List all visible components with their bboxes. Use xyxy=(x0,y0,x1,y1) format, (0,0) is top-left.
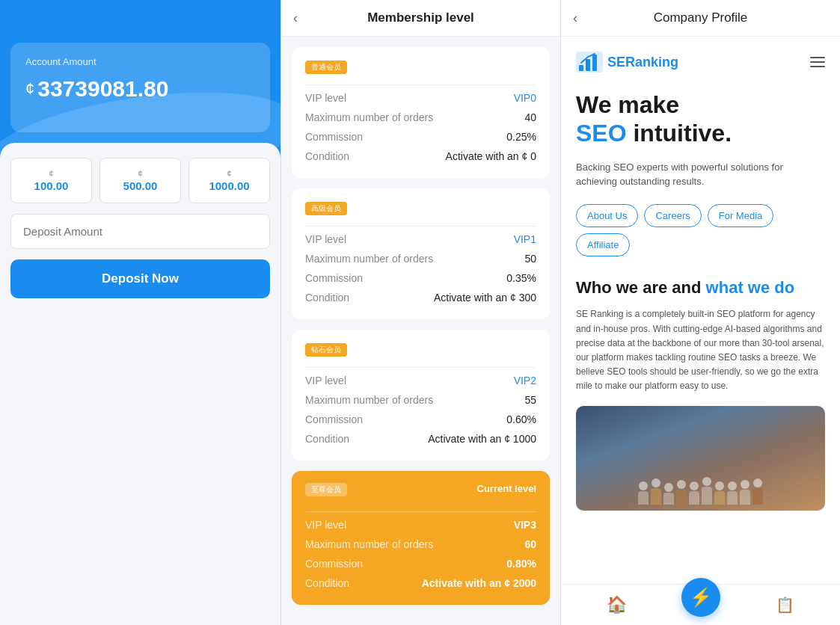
se-logo-row: SERanking xyxy=(576,52,825,73)
vip-row-orders-2: Maximum number of orders 55 xyxy=(305,390,536,410)
se-logo-text: SERanking xyxy=(607,55,678,70)
vip-label-commission-2: Commission xyxy=(305,413,363,425)
vip-card-0: 普通会员 VIP level VIP0 Maximum number of or… xyxy=(292,47,550,178)
person-6 xyxy=(702,477,712,505)
preset-symbol-2: ¢ xyxy=(106,169,174,178)
current-level-label: Current level xyxy=(477,483,536,494)
team-photo-overlay xyxy=(576,406,825,511)
bottom-navigation: 🏠 ⚡ 📋 xyxy=(561,584,840,625)
person-4 xyxy=(676,480,687,505)
vip-card-1: 高级会员 VIP level VIP1 Maximum number of or… xyxy=(292,188,550,319)
vip-label-condition-0: Condition xyxy=(305,150,349,162)
amount-presets: ¢ 100.00 ¢ 500.00 ¢ 1000.00 xyxy=(10,158,270,203)
vip-label-orders-1: Maximum number of orders xyxy=(305,253,433,265)
account-label: Account Amount xyxy=(25,56,255,67)
person-9 xyxy=(740,480,750,505)
account-amount: ¢ 33739081.80 xyxy=(25,76,255,102)
vip-card-3-current: 至尊会员 Current level VIP level VIP3 Maximu… xyxy=(292,471,550,605)
person-8 xyxy=(727,481,738,505)
flash-button[interactable]: ⚡ xyxy=(681,578,720,617)
for-media-button[interactable]: For Media xyxy=(708,204,774,227)
svg-rect-1 xyxy=(579,65,583,71)
headline-line1: We make xyxy=(576,91,679,118)
vip-row-orders-1: Maximum number of orders 50 xyxy=(305,249,536,268)
membership-scroll: 普通会员 VIP level VIP0 Maximum number of or… xyxy=(281,37,560,625)
company-headline: We make SEO intuitive. xyxy=(576,90,825,148)
careers-button[interactable]: Careers xyxy=(644,204,701,227)
vip-label-condition-1: Condition xyxy=(305,292,349,304)
vip-value-level-0: VIP0 xyxy=(514,92,536,104)
vip-row-commission-3: Commission 0.80% xyxy=(305,554,536,573)
deposit-amount-input[interactable] xyxy=(10,214,270,249)
people-silhouettes xyxy=(638,477,763,505)
vip-row-condition-2: Condition Activate with an ¢ 1000 xyxy=(305,429,536,449)
vip-value-condition-1: Activate with an ¢ 300 xyxy=(434,292,536,304)
vip-value-level-2: VIP2 xyxy=(514,375,536,387)
vip-row-orders-3: Maximum number of orders 60 xyxy=(305,535,536,554)
nav-doc[interactable]: 📋 xyxy=(770,593,800,617)
svg-rect-2 xyxy=(586,59,590,71)
preset-1000[interactable]: ¢ 1000.00 xyxy=(188,158,270,203)
vip-value-condition-2: Activate with an ¢ 1000 xyxy=(428,433,536,445)
se-ranking-logo-icon xyxy=(576,52,603,73)
vip-row-commission-1: Commission 0.35% xyxy=(305,268,536,288)
vip-value-commission-0: 0.25% xyxy=(506,131,536,143)
company-back-icon[interactable]: ‹ xyxy=(573,10,577,26)
membership-back-icon[interactable]: ‹ xyxy=(293,10,298,26)
vip-label-commission-3: Commission xyxy=(305,558,363,570)
vip-value-commission-1: 0.35% xyxy=(506,272,536,284)
vip-value-commission-3: 0.80% xyxy=(506,558,536,570)
deposit-body: ¢ 100.00 ¢ 500.00 ¢ 1000.00 Deposit Now xyxy=(0,143,280,625)
membership-header: ‹ Membership level xyxy=(281,0,560,37)
headline-line2: intuitive. xyxy=(627,120,732,147)
preset-symbol-3: ¢ xyxy=(195,169,263,178)
person-10 xyxy=(752,478,763,505)
vip-badge-0: 普通会员 xyxy=(305,61,347,74)
hamburger-line-3 xyxy=(810,66,825,67)
company-panel: ‹ Company Profile SERanking xyxy=(561,0,840,625)
company-description: Backing SEO experts with powerful soluti… xyxy=(576,160,825,189)
doc-icon: 📋 xyxy=(776,596,794,614)
vip-label-condition-2: Condition xyxy=(305,433,349,445)
person-7 xyxy=(714,481,725,505)
person-2 xyxy=(651,478,661,505)
headline-seo: SEO xyxy=(576,120,627,147)
vip-value-condition-3: Activate with an ¢ 2000 xyxy=(422,577,536,589)
vip-label-level-3: VIP level xyxy=(305,519,346,531)
company-nav-buttons: About Us Careers For Media Affiliate xyxy=(576,204,825,256)
vip-label-level-0: VIP level xyxy=(305,92,346,104)
preset-value-3: 1000.00 xyxy=(209,179,249,192)
vip-value-orders-3: 60 xyxy=(524,538,536,550)
home-icon: 🏠 xyxy=(607,595,627,615)
company-content: SERanking We make SEO intuitive. Backing… xyxy=(561,37,840,584)
deposit-now-button[interactable]: Deposit Now xyxy=(10,259,270,298)
preset-500[interactable]: ¢ 500.00 xyxy=(99,158,181,203)
about-us-button[interactable]: About Us xyxy=(576,204,638,227)
hamburger-menu[interactable] xyxy=(810,57,825,67)
who-description: SE Ranking is a completely built-in SEO … xyxy=(576,307,825,393)
vip-badge-2: 钻石会员 xyxy=(305,343,347,357)
vip-row-commission-0: Commission 0.25% xyxy=(305,127,536,147)
membership-title: Membership level xyxy=(367,10,474,25)
vip-label-level-2: VIP level xyxy=(305,375,346,387)
vip-label-orders-3: Maximum number of orders xyxy=(305,538,433,550)
vip-badge-3: 至尊会员 xyxy=(305,483,347,496)
vip-row-condition-3: Condition Activate with an ¢ 2000 xyxy=(305,573,536,593)
vip-row-level-0: VIP level VIP0 xyxy=(305,88,536,108)
vip-row-level-2: VIP level VIP2 xyxy=(305,371,536,390)
who-title-main: Who we are and xyxy=(576,278,706,297)
nav-home[interactable]: 🏠 xyxy=(601,592,633,618)
vip-value-level-1: VIP1 xyxy=(514,233,536,245)
vip-label-orders-0: Maximum number of orders xyxy=(305,111,433,123)
vip-label-commission-0: Commission xyxy=(305,131,363,143)
vip-label-level-1: VIP level xyxy=(305,233,346,245)
membership-panel: ‹ Membership level 普通会员 VIP level VIP0 M… xyxy=(280,0,561,625)
hamburger-line-2 xyxy=(810,61,825,63)
team-photo xyxy=(576,406,825,511)
person-3 xyxy=(663,483,674,505)
vip-badge-1: 高级会员 xyxy=(305,202,347,215)
preset-100[interactable]: ¢ 100.00 xyxy=(10,158,92,203)
company-title: Company Profile xyxy=(573,10,828,25)
affiliate-button[interactable]: Affiliate xyxy=(576,233,630,256)
flash-icon: ⚡ xyxy=(690,587,712,608)
